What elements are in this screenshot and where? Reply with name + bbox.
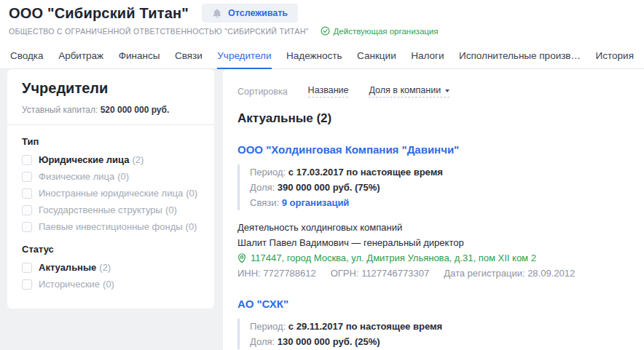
location-pin-icon xyxy=(237,253,246,263)
filter-istoricheskie[interactable]: Исторические (0) xyxy=(22,279,200,290)
filter-yuridicheskie-litsa[interactable]: Юридические лица (2) xyxy=(22,154,200,165)
sort-label: Сортировка xyxy=(237,87,288,97)
founder-details: Деятельность холдинговых компаний Шалит … xyxy=(237,220,627,281)
company-header: ООО "Сибирский Титан" Отслеживать ОБЩЕСТ… xyxy=(0,0,644,36)
tab-svyazi[interactable]: Связи xyxy=(175,42,203,68)
sort-row: Сортировка Название Доля в компании xyxy=(237,85,627,98)
tab-sanktsii[interactable]: Санкции xyxy=(357,42,396,68)
tab-finansy[interactable]: Финансы xyxy=(119,42,160,68)
founder-name-link[interactable]: ООО "Холдинговая Компания "Давинчи" xyxy=(237,143,459,156)
section-title: Актуальные (2) xyxy=(237,111,627,126)
founders-sidebar: Учредители Уставный капитал: 520 000 000… xyxy=(7,69,214,309)
filter-group-type: Юридические лица (2) Физические лица (0)… xyxy=(22,154,200,232)
sort-by-name[interactable]: Название xyxy=(308,85,349,98)
founder-facts: Период: с 17.03.2017 по настоящее время … xyxy=(237,164,627,210)
status-badge: Действующая организация xyxy=(321,26,439,36)
header-subtitle-row: ОБЩЕСТВО С ОГРАНИЧЕННОЙ ОТВЕТСТВЕННОСТЬЮ… xyxy=(9,26,634,36)
checkbox[interactable] xyxy=(22,205,32,215)
founder-facts: Период: с 29.11.2017 по настоящее время … xyxy=(237,319,627,349)
tab-nalogi[interactable]: Налоги xyxy=(411,42,444,68)
founders-panel: Сортировка Название Доля в компании Акту… xyxy=(223,69,644,350)
connections-link[interactable]: 9 организаций xyxy=(282,197,350,208)
sidebar-header: Учредители Уставный капитал: 520 000 000… xyxy=(7,69,214,124)
founder-address[interactable]: 117447, город Москва, ул. Дмитрия Ульяно… xyxy=(237,250,627,266)
filter-group-status: Актуальные (2) Исторические (0) xyxy=(22,262,200,290)
fact-connections: Связи: 9 организаций xyxy=(250,195,627,210)
chevron-down-icon xyxy=(445,90,449,92)
follow-button[interactable]: Отслеживать xyxy=(202,4,298,23)
fact-share: Доля: 130 000 000 руб. (25%) xyxy=(250,334,627,349)
checkbox[interactable] xyxy=(22,279,32,290)
status-label: Действующая организация xyxy=(334,27,439,36)
checkbox[interactable] xyxy=(22,172,32,182)
tab-bar: Сводка Арбитраж Финансы Связи Учредители… xyxy=(0,42,644,69)
page-title: ООО "Сибирский Титан" xyxy=(9,5,189,22)
company-full-name: ОБЩЕСТВО С ОГРАНИЧЕННОЙ ОТВЕТСТВЕННОСТЬЮ… xyxy=(9,27,309,36)
charter-capital-label: Уставный капитал: xyxy=(22,105,98,115)
filter-fizicheskie-litsa[interactable]: Физические лица (0) xyxy=(22,171,200,182)
ogrn-value: ОГРН: 1127746773307 xyxy=(331,266,429,281)
bell-icon xyxy=(212,8,222,18)
content-area: Учредители Уставный капитал: 520 000 000… xyxy=(0,69,644,350)
check-circle-icon xyxy=(321,26,330,36)
filter-paevye-investitsionnye-fondy[interactable]: Паевые инвестиционные фонды (0) xyxy=(22,221,200,232)
tab-istoriya[interactable]: История xyxy=(596,42,634,68)
charter-capital: Уставный капитал: 520 000 000 руб. xyxy=(22,105,200,115)
checkbox[interactable] xyxy=(22,155,32,165)
tab-nadezhnost[interactable]: Надежность xyxy=(286,42,342,68)
tab-ispolnitelnye-proizvodstva[interactable]: Исполнительные произв… xyxy=(459,42,581,68)
charter-capital-value: 520 000 000 руб. xyxy=(101,105,170,115)
sidebar-filters: Тип Юридические лица (2) Физические лица… xyxy=(7,125,214,309)
filter-aktualnye[interactable]: Актуальные (2) xyxy=(22,262,200,273)
fact-period: Период: с 29.11.2017 по настоящее время xyxy=(250,319,627,334)
founder-entry: АО "СХК" Период: с 29.11.2017 по настоящ… xyxy=(237,298,627,350)
founder-entry: ООО "Холдинговая Компания "Давинчи" Пери… xyxy=(237,143,627,281)
checkbox[interactable] xyxy=(22,222,32,232)
founder-meta: ИНН: 7727788612 ОГРН: 1127746773307 Дата… xyxy=(237,266,627,281)
fact-period: Период: с 17.03.2017 по настоящее время xyxy=(250,164,627,180)
checkbox[interactable] xyxy=(22,188,32,199)
checkbox[interactable] xyxy=(22,263,32,273)
founder-name-link[interactable]: АО "СХК" xyxy=(237,298,288,310)
sort-by-share[interactable]: Доля в компании xyxy=(369,85,449,98)
filter-group-type-title: Тип xyxy=(22,136,200,147)
registration-date: Дата регистрации: 28.09.2012 xyxy=(444,266,575,281)
fact-share: Доля: 390 000 000 руб. (75%) xyxy=(250,180,627,195)
tab-svodka[interactable]: Сводка xyxy=(10,42,44,68)
founder-director: Шалит Павел Вадимович — генеральный дире… xyxy=(237,235,627,250)
follow-button-label: Отслеживать xyxy=(228,8,288,18)
inn-value: ИНН: 7727788612 xyxy=(237,266,316,281)
filter-gosudarstvennye-struktury[interactable]: Государственные структуры (0) xyxy=(22,204,200,215)
tab-uchrediteli[interactable]: Учредители xyxy=(217,42,271,68)
company-profile-page: ООО "Сибирский Титан" Отслеживать ОБЩЕСТ… xyxy=(0,0,644,350)
sidebar-title: Учредители xyxy=(22,80,200,97)
tab-arbitrazh[interactable]: Арбитраж xyxy=(58,42,103,68)
filter-group-status-title: Статус xyxy=(22,244,200,255)
filter-inostrannye-yuridicheskie-litsa[interactable]: Иностранные юридические лица (0) xyxy=(22,188,200,199)
founder-activity: Деятельность холдинговых компаний xyxy=(237,220,627,235)
header-title-row: ООО "Сибирский Титан" Отслеживать xyxy=(9,4,634,23)
